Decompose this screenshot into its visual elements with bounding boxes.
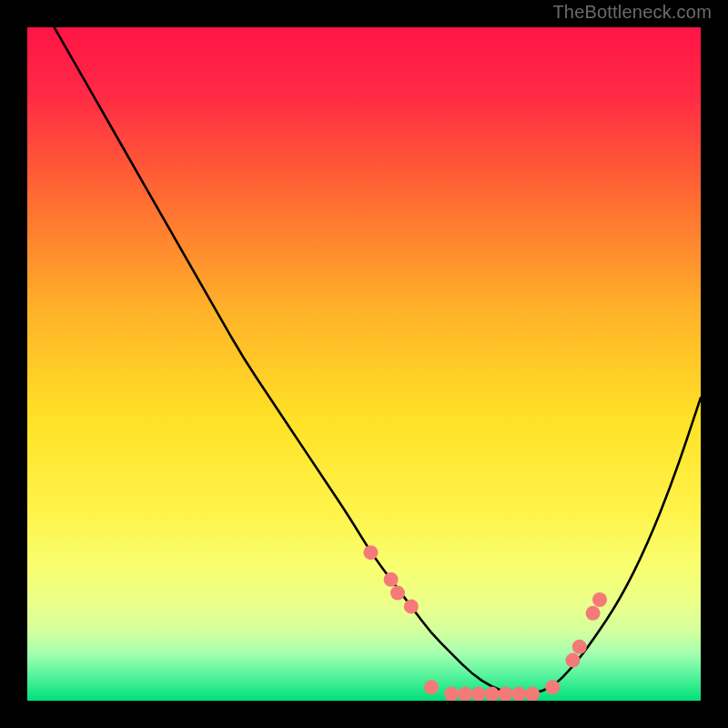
sample-point — [586, 606, 601, 621]
sample-point — [572, 640, 587, 654]
sample-point — [471, 687, 486, 701]
chart-frame — [13, 13, 715, 715]
sample-point — [444, 687, 459, 701]
sample-point — [424, 680, 439, 694]
sample-point — [525, 687, 540, 701]
sample-point — [565, 653, 580, 668]
sample-point — [363, 545, 378, 560]
sample-point — [498, 687, 512, 701]
sample-point — [511, 687, 526, 701]
sample-point — [458, 687, 472, 701]
sample-point — [545, 680, 560, 694]
sample-point — [384, 572, 399, 587]
sample-point — [485, 687, 500, 701]
watermark-text: TheBottleneck.com — [552, 2, 712, 23]
sample-point — [592, 592, 607, 607]
sample-point — [404, 599, 419, 613]
chart-svg — [27, 27, 701, 701]
sample-point — [390, 586, 405, 601]
